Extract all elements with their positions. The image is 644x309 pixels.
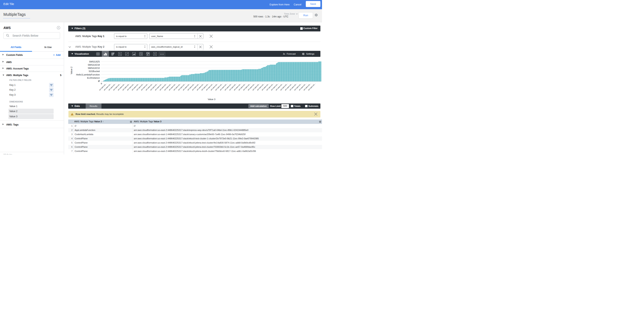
svg-text:SMS3JIZ5: SMS3JIZ5 — [89, 60, 100, 63]
svg-text:SMS3JIZ18: SMS3JIZ18 — [88, 64, 100, 66]
svg-text:Hello1LambdaFunction: Hello1LambdaFunction — [76, 74, 100, 76]
svg-text:Ø: Ø — [100, 82, 103, 85]
svg-text:S31Bucket: S31Bucket — [89, 70, 100, 72]
svg-text:6: 6 — [154, 53, 156, 56]
svg-text:Value 3: Value 3 — [208, 98, 215, 100]
svg-text:Ec2Instance: Ec2Instance — [87, 77, 100, 79]
svg-text:Ø: Ø — [98, 80, 100, 82]
svg-text:Value 2: Value 2 — [70, 67, 73, 74]
svg-text:SMS3JIZ10: SMS3JIZ10 — [88, 67, 100, 69]
